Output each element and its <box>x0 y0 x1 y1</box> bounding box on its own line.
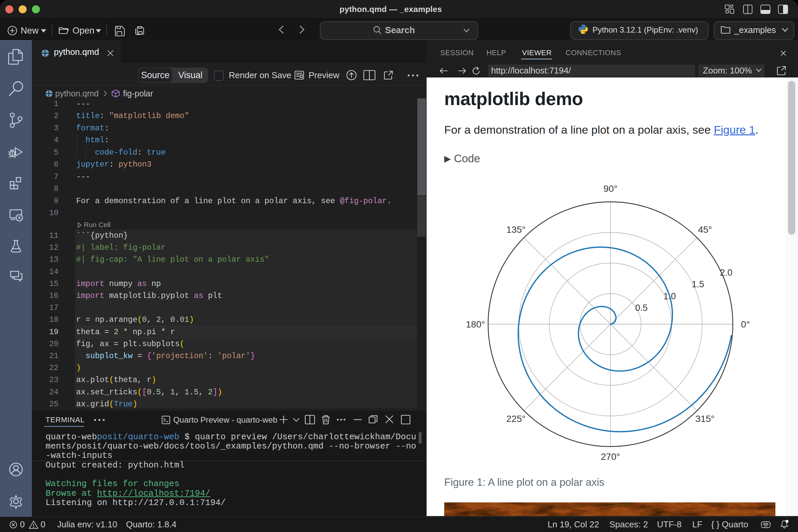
svg-text:270°: 270° <box>601 452 620 462</box>
svg-text:0.5: 0.5 <box>635 303 648 313</box>
svg-text:135°: 135° <box>507 225 526 235</box>
svg-text:225°: 225° <box>507 414 526 424</box>
svg-text:180°: 180° <box>466 319 485 329</box>
svg-text:1.0: 1.0 <box>663 291 676 301</box>
svg-text:45°: 45° <box>698 225 712 235</box>
svg-text:315°: 315° <box>695 414 715 424</box>
svg-text:2.0: 2.0 <box>720 268 733 278</box>
svg-text:0°: 0° <box>741 319 750 329</box>
svg-text:1.5: 1.5 <box>691 279 704 289</box>
svg-text:90°: 90° <box>604 184 618 194</box>
